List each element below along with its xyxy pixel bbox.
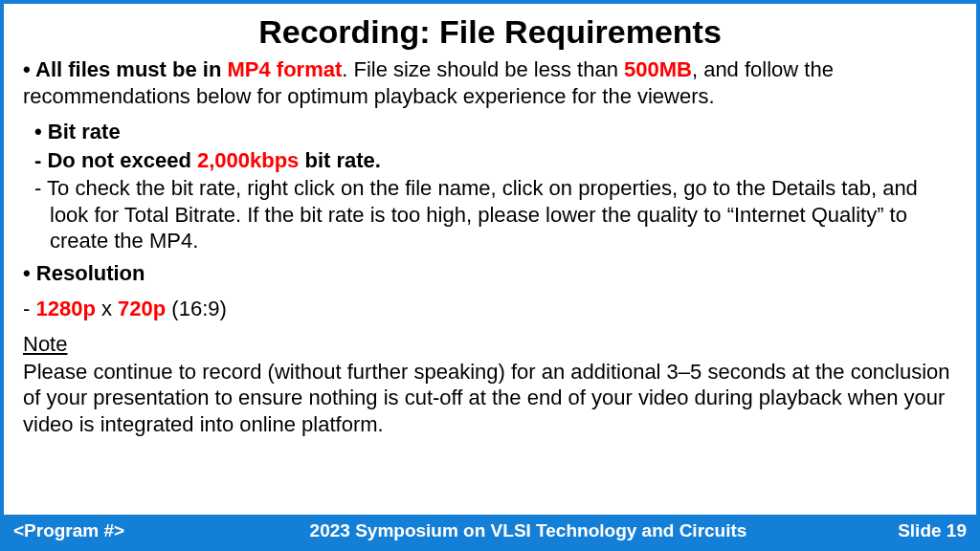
footer-event-title: 2023 Symposium on VLSI Technology and Ci… [205,520,852,541]
res-width: 1280p [35,297,95,320]
dash: - [34,176,47,200]
mp4-format: MP4 format [227,57,342,81]
slide-footer: <Program #> 2023 Symposium on VLSI Techn… [4,515,976,547]
bitrate-line-1: - Do not exceed 2,000kbps bit rate. [23,147,957,174]
bitrate-line-2: - To check the bit rate, right click on … [23,175,957,254]
slide-container: Recording: File Requirements • All files… [0,0,980,551]
file-size-limit: 500MB [624,57,692,81]
bitrate-heading: • Bit rate [23,119,957,145]
bullet: • [34,120,48,143]
text: To check the bit rate, right click on th… [47,176,918,253]
dash: - [34,148,47,172]
footer-program-number: <Program #> [13,520,205,541]
text: Resolution [36,261,145,285]
note-heading: Note [23,332,957,357]
bitrate-value: 2,000kbps [197,148,299,172]
intro-line: • All files must be in MP4 format. File … [23,56,957,109]
footer-slide-number: Slide 19 [852,520,967,541]
slide-title: Recording: File Requirements [23,13,957,51]
aspect-ratio: (16:9) [166,297,227,320]
text: x [96,297,118,320]
bullet: • [23,57,35,81]
text: Bit rate [48,120,121,143]
bullet: • [23,261,36,285]
text: All files must be in [35,57,227,81]
text: Do not exceed [47,148,196,172]
resolution-line: - 1280p x 720p (16:9) [23,296,957,322]
resolution-heading: • Resolution [23,260,957,287]
note-body: Please continue to record (without furth… [23,359,957,438]
slide-content: Recording: File Requirements • All files… [4,4,976,515]
dash: - [23,297,35,320]
text: . File size should be less than [342,57,624,81]
text: bit rate. [299,148,381,172]
res-height: 720p [118,297,166,320]
